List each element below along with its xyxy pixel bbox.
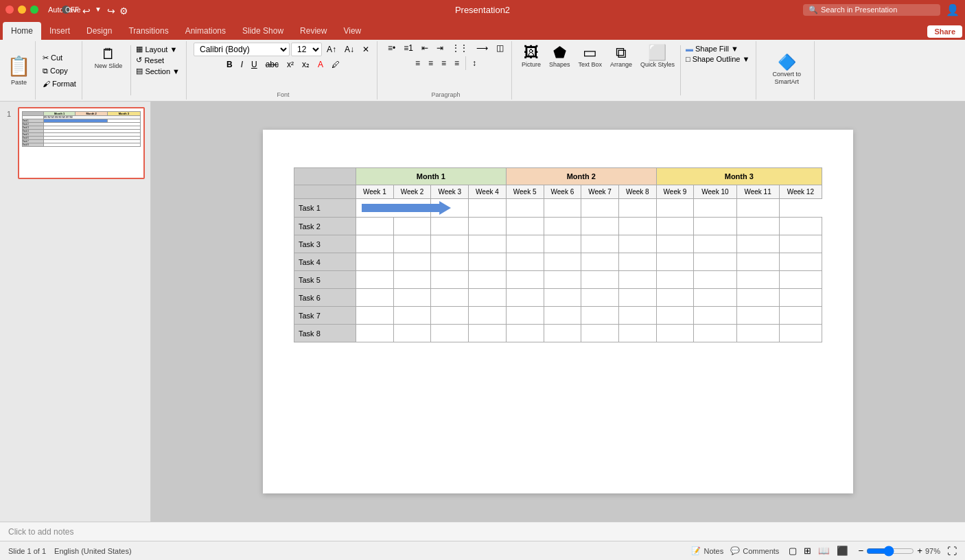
search-placeholder: Search in Presentation bbox=[821, 5, 897, 14]
zoom-out-button[interactable]: − bbox=[858, 546, 863, 556]
tab-design[interactable]: Design bbox=[78, 22, 120, 40]
copy-button[interactable]: ⧉ Copy bbox=[40, 65, 79, 77]
smartart-icon: 🔷 bbox=[778, 55, 796, 70]
line-spacing-button[interactable]: ↕ bbox=[469, 58, 480, 69]
tab-animations[interactable]: Animations bbox=[177, 22, 234, 40]
comments-toggle[interactable]: 💬 Comments bbox=[730, 546, 779, 555]
convert-smartart-button[interactable]: 🔷 Convert to SmartArt bbox=[763, 54, 810, 87]
normal-view-button[interactable]: ▢ bbox=[786, 544, 800, 557]
undo-icon[interactable]: ↩ bbox=[82, 5, 91, 14]
tab-slideshow[interactable]: Slide Show bbox=[234, 22, 292, 40]
cut-button[interactable]: ✂ Cut bbox=[40, 52, 79, 64]
paste-button[interactable]: 📋 Paste bbox=[3, 41, 36, 100]
notes-bar[interactable]: Click to add notes bbox=[0, 522, 965, 541]
text-box-button[interactable]: ▭ Text Box bbox=[575, 44, 605, 69]
decrease-indent-button[interactable]: ⇤ bbox=[418, 43, 432, 54]
clear-format-button[interactable]: ✕ bbox=[359, 44, 373, 55]
justify-button[interactable]: ≡ bbox=[451, 58, 463, 69]
shape-fill-icon: ▬ bbox=[686, 45, 693, 53]
layout-button[interactable]: ▦ Layout ▼ bbox=[134, 44, 182, 54]
italic-button[interactable]: I bbox=[237, 59, 246, 70]
shape-fill-button[interactable]: ▬ Shape Fill ▼ bbox=[684, 44, 752, 54]
picture-icon: 🖼 bbox=[524, 45, 539, 60]
tab-transitions[interactable]: Transitions bbox=[120, 22, 176, 40]
numbering-button[interactable]: ≡1 bbox=[400, 43, 417, 54]
cut-icon: ✂ bbox=[43, 54, 49, 62]
zoom-in-button[interactable]: + bbox=[917, 546, 922, 556]
slides-group: 🗒 New Slide ▦ Layout ▼ ↺ Reset ▤ Section… bbox=[85, 41, 187, 100]
font-color-button[interactable]: A bbox=[314, 59, 327, 70]
text-direction-button[interactable]: ⟶ bbox=[473, 43, 491, 54]
para-row1: ≡• ≡1 ⇤ ⇥ ⋮⋮ ⟶ ◫ bbox=[384, 43, 507, 54]
presenter-view-button[interactable]: ⬛ bbox=[834, 544, 851, 557]
user-avatar[interactable]: 👤 bbox=[946, 3, 960, 16]
bold-button[interactable]: B bbox=[223, 59, 236, 70]
font-decrease-button[interactable]: A↓ bbox=[341, 44, 358, 55]
shapes-button[interactable]: ⬟ Shapes bbox=[546, 44, 573, 69]
maximize-button[interactable] bbox=[30, 5, 38, 14]
table-row: Task 8 bbox=[294, 325, 822, 342]
zoom-slider[interactable] bbox=[866, 546, 914, 557]
paragraph-group-label: Paragraph bbox=[431, 91, 460, 98]
quick-styles-button[interactable]: ⬜ Quick Styles bbox=[638, 44, 677, 69]
tab-home[interactable]: Home bbox=[3, 22, 41, 40]
notes-placeholder[interactable]: Click to add notes bbox=[8, 527, 73, 537]
smartart-button[interactable]: ◫ bbox=[493, 43, 507, 54]
slide-thumbnail-container: 1 Month 1 Month 2 Month 3 bbox=[18, 107, 145, 179]
align-right-button[interactable]: ≡ bbox=[438, 58, 450, 69]
table-row: Task 5 bbox=[294, 271, 822, 289]
tab-insert[interactable]: Insert bbox=[41, 22, 78, 40]
font-increase-button[interactable]: A↑ bbox=[323, 44, 340, 55]
format-button[interactable]: 🖌 Format bbox=[40, 78, 79, 89]
notes-toggle[interactable]: 📝 Notes bbox=[691, 546, 723, 555]
minimize-button[interactable] bbox=[18, 5, 26, 14]
autosave-toggle[interactable]: OFF bbox=[62, 5, 70, 14]
slide-sorter-button[interactable]: ⊞ bbox=[801, 544, 814, 557]
layout-dropdown-icon: ▼ bbox=[170, 45, 177, 54]
search-bar[interactable]: 🔍 Search in Presentation bbox=[803, 4, 940, 16]
new-slide-button[interactable]: 🗒 New Slide bbox=[89, 44, 128, 72]
quick-styles-icon: ⬜ bbox=[648, 45, 666, 60]
align-center-button[interactable]: ≡ bbox=[425, 58, 437, 69]
fit-slide-button[interactable]: ⛶ bbox=[947, 546, 957, 557]
month1-header: Month 1 bbox=[356, 168, 507, 185]
copy-icon: ⧉ bbox=[43, 67, 48, 75]
arrange-button[interactable]: ⧉ Arrange bbox=[607, 44, 635, 69]
gantt-arrow bbox=[358, 200, 429, 215]
zoom-level: 97% bbox=[925, 547, 940, 555]
close-button[interactable] bbox=[5, 5, 14, 14]
picture-button[interactable]: 🖼 Picture bbox=[519, 44, 544, 69]
section-button[interactable]: ▤ Section ▼ bbox=[134, 66, 182, 76]
tab-view[interactable]: View bbox=[335, 22, 369, 40]
window-title: Presentation2 bbox=[455, 5, 510, 15]
slide-thumbnail[interactable]: Month 1 Month 2 Month 3 W1 W2 W3 W4 W5 W… bbox=[18, 107, 145, 179]
bullets-button[interactable]: ≡• bbox=[384, 43, 399, 54]
increase-indent-button[interactable]: ⇥ bbox=[433, 43, 447, 54]
font-group-label: Font bbox=[277, 91, 289, 98]
font-size-select[interactable]: 12 bbox=[291, 43, 322, 56]
subscript-button[interactable]: x² bbox=[283, 59, 297, 70]
reading-view-button[interactable]: 📖 bbox=[815, 544, 833, 557]
font-family-select[interactable]: Calibri (Body) bbox=[194, 43, 290, 56]
tab-review[interactable]: Review bbox=[292, 22, 335, 40]
shape-outline-button[interactable]: □ Shape Outline ▼ bbox=[684, 54, 752, 64]
shape-outline-icon: □ bbox=[686, 55, 690, 63]
font-group: Calibri (Body) 12 A↑ A↓ ✕ B I U abc x² x… bbox=[189, 41, 377, 100]
drawing-separator bbox=[680, 45, 681, 95]
columns-button[interactable]: ⋮⋮ bbox=[448, 43, 472, 54]
slide-info: Slide 1 of 1 bbox=[8, 547, 46, 555]
superscript-button[interactable]: x₂ bbox=[299, 59, 313, 70]
search-icon: 🔍 bbox=[809, 5, 818, 14]
titlebar: AutoSave OFF ↩ ▼ ↪ ⚙ Presentation2 🔍 Sea… bbox=[0, 0, 965, 19]
share-button[interactable]: Share bbox=[927, 25, 962, 38]
undo-dropdown-icon[interactable]: ▼ bbox=[95, 5, 103, 14]
strikethrough-button[interactable]: abc bbox=[262, 59, 282, 70]
customize-icon[interactable]: ⚙ bbox=[119, 5, 128, 14]
redo-icon[interactable]: ↪ bbox=[107, 5, 115, 14]
highlight-button[interactable]: 🖊 bbox=[328, 59, 343, 70]
align-left-button[interactable]: ≡ bbox=[412, 58, 423, 69]
slide-area[interactable]: Month 1 Month 2 Month 3 Week 1 Week 2 We… bbox=[151, 102, 965, 522]
underline-button[interactable]: U bbox=[248, 59, 261, 70]
notes-icon: 📝 bbox=[691, 546, 701, 555]
reset-button[interactable]: ↺ Reset bbox=[134, 55, 182, 65]
